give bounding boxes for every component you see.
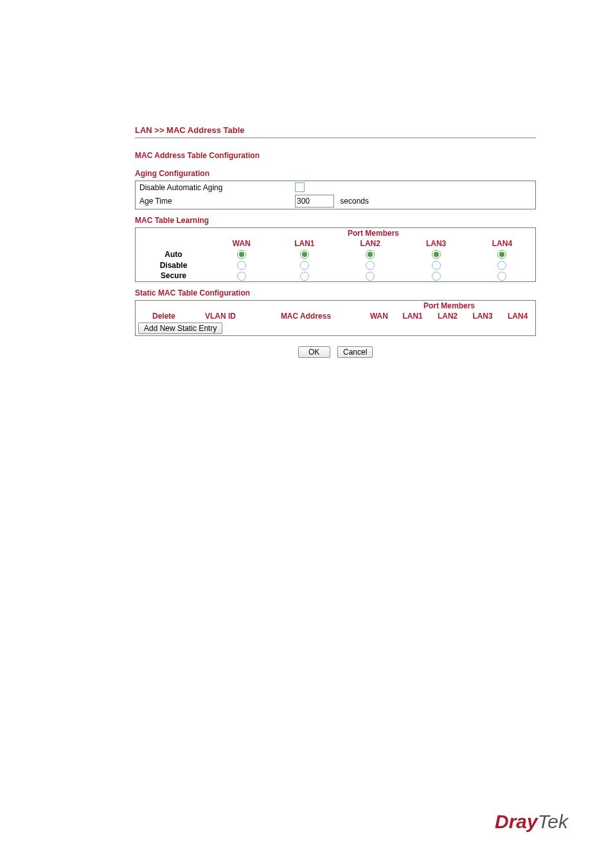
static-col-delete: Delete	[136, 311, 193, 321]
radio-secure-lan3[interactable]	[432, 272, 441, 281]
ok-button[interactable]: OK	[298, 346, 330, 358]
cancel-button[interactable]: Cancel	[337, 346, 373, 358]
static-col-vlan: VLAN ID	[192, 311, 249, 321]
draytek-logo: DrayTek	[495, 811, 568, 833]
static-col-lan3: LAN3	[465, 311, 500, 321]
static-col-mac: MAC Address	[249, 311, 363, 321]
static-mac-section-title: Static MAC Table Configuration	[135, 288, 536, 297]
radio-disable-lan4[interactable]	[497, 261, 506, 270]
aging-section-title: Aging Configuration	[135, 169, 536, 178]
radio-disable-lan3[interactable]	[432, 261, 441, 270]
radio-auto-wan[interactable]	[237, 250, 246, 259]
port-members-header: Port Members	[211, 228, 536, 239]
col-lan2: LAN2	[337, 238, 403, 249]
radio-auto-lan4[interactable]	[497, 250, 506, 259]
row-auto-label: Auto	[136, 249, 212, 260]
age-time-unit: seconds	[340, 197, 369, 206]
breadcrumb-divider	[135, 137, 536, 138]
radio-disable-lan1[interactable]	[300, 261, 309, 270]
logo-part1: Dray	[495, 811, 538, 832]
static-col-wan: WAN	[363, 311, 395, 321]
static-mac-table: Port Members Delete VLAN ID MAC Address …	[135, 300, 536, 336]
radio-auto-lan1[interactable]	[300, 250, 309, 259]
static-col-lan2: LAN2	[430, 311, 465, 321]
disable-auto-aging-checkbox[interactable]	[295, 182, 305, 192]
action-buttons-row: OK Cancel	[135, 346, 536, 358]
radio-secure-wan[interactable]	[237, 272, 246, 281]
radio-disable-lan2[interactable]	[366, 261, 375, 270]
mac-learning-section-title: MAC Table Learning	[135, 216, 536, 225]
static-col-lan1: LAN1	[395, 311, 430, 321]
row-secure-label: Secure	[136, 270, 212, 281]
mac-learning-table: Port Members WAN LAN1 LAN2 LAN3 LAN4 Aut…	[135, 227, 536, 281]
radio-secure-lan2[interactable]	[366, 272, 375, 281]
radio-auto-lan2[interactable]	[366, 250, 375, 259]
static-port-members-header: Port Members	[363, 300, 536, 311]
page-title: MAC Address Table Configuration	[135, 151, 536, 160]
disable-auto-aging-label: Disable Automatic Aging	[136, 181, 292, 194]
age-time-label: Age Time	[136, 193, 292, 209]
radio-secure-lan1[interactable]	[300, 272, 309, 281]
static-col-lan4: LAN4	[500, 311, 535, 321]
aging-config-table: Disable Automatic Aging Age Time seconds	[135, 181, 536, 209]
radio-secure-lan4[interactable]	[497, 272, 506, 281]
radio-disable-wan[interactable]	[237, 261, 246, 270]
col-lan4: LAN4	[469, 238, 536, 249]
add-static-entry-button[interactable]: Add New Static Entry	[138, 323, 222, 334]
breadcrumb: LAN >> MAC Address Table	[135, 125, 536, 137]
row-disable-label: Disable	[136, 260, 212, 270]
age-time-input[interactable]	[295, 195, 334, 208]
logo-part2: Tek	[538, 811, 568, 832]
col-lan3: LAN3	[403, 238, 468, 249]
col-lan1: LAN1	[272, 238, 337, 249]
col-wan: WAN	[211, 238, 272, 249]
radio-auto-lan3[interactable]	[432, 250, 441, 259]
